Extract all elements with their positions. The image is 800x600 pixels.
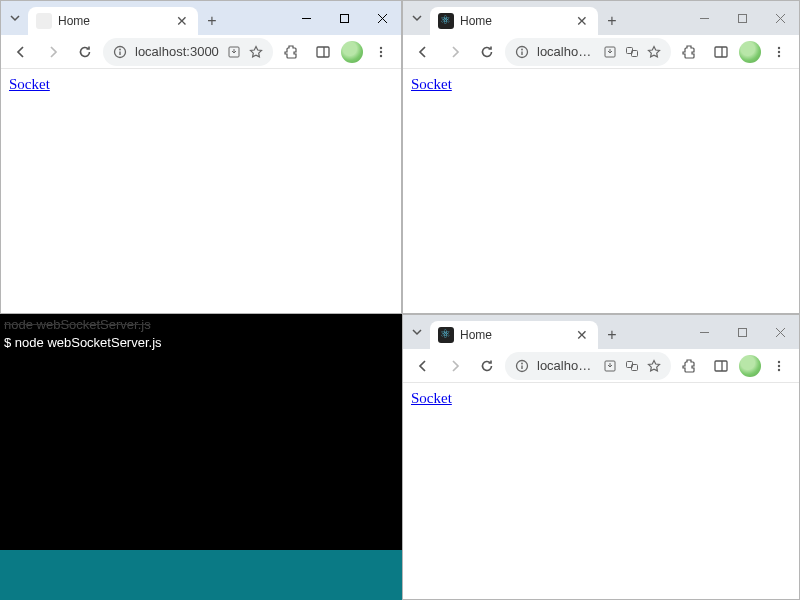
install-app-icon[interactable] (603, 359, 617, 373)
extensions-button[interactable] (675, 38, 703, 66)
extensions-button[interactable] (675, 352, 703, 380)
tab-title: Home (460, 14, 568, 28)
svg-point-5 (380, 46, 382, 48)
tab-home[interactable]: Home ✕ (28, 7, 198, 35)
url-text: localhos… (537, 358, 595, 373)
minimize-button[interactable] (287, 1, 325, 35)
reload-button[interactable] (71, 38, 99, 66)
site-info-icon[interactable] (515, 359, 529, 373)
tab-strip: Home ✕ + (403, 315, 799, 349)
terminal-window[interactable]: node webSocketServer.js $ node webSocket… (0, 314, 402, 550)
browser-window-1: Home ✕ + localhost:3000 Soc (0, 0, 402, 314)
toolbar: localhost:3000 (1, 35, 401, 69)
page-content: Socket (1, 69, 401, 313)
toolbar: localhos… (403, 35, 799, 69)
favicon-icon (36, 13, 52, 29)
profile-avatar[interactable] (341, 41, 363, 63)
forward-button[interactable] (441, 352, 469, 380)
new-tab-button[interactable]: + (598, 7, 626, 35)
socket-link[interactable]: Socket (411, 390, 452, 406)
profile-avatar[interactable] (739, 41, 761, 63)
site-info-icon[interactable] (113, 45, 127, 59)
taskbar (0, 550, 402, 600)
site-info-icon[interactable] (515, 45, 529, 59)
close-tab-button[interactable]: ✕ (174, 11, 190, 31)
maximize-button[interactable] (325, 1, 363, 35)
tab-strip: Home ✕ + (403, 1, 799, 35)
svg-point-6 (380, 50, 382, 52)
favicon-icon (438, 327, 454, 343)
close-window-button[interactable] (761, 315, 799, 349)
extensions-button[interactable] (277, 38, 305, 66)
tab-home[interactable]: Home ✕ (430, 7, 598, 35)
close-tab-button[interactable]: ✕ (574, 325, 590, 345)
terminal-history-line: node webSocketServer.js (4, 316, 398, 334)
toolbar: localhos… (403, 349, 799, 383)
favicon-icon (438, 13, 454, 29)
address-bar[interactable]: localhos… (505, 38, 671, 66)
maximize-button[interactable] (723, 315, 761, 349)
reload-button[interactable] (473, 38, 501, 66)
svg-point-16 (778, 50, 780, 52)
socket-link[interactable]: Socket (9, 76, 50, 92)
sidepanel-button[interactable] (707, 38, 735, 66)
socket-link[interactable]: Socket (411, 76, 452, 92)
sidepanel-button[interactable] (309, 38, 337, 66)
install-app-icon[interactable] (603, 45, 617, 59)
page-content: Socket (403, 383, 799, 599)
close-window-button[interactable] (761, 1, 799, 35)
svg-rect-0 (340, 14, 348, 22)
svg-point-20 (521, 362, 523, 364)
svg-rect-4 (317, 47, 329, 57)
install-app-icon[interactable] (227, 45, 241, 59)
tab-title: Home (460, 328, 568, 342)
new-tab-button[interactable]: + (198, 7, 226, 35)
svg-point-17 (778, 54, 780, 56)
back-button[interactable] (7, 38, 35, 66)
maximize-button[interactable] (723, 1, 761, 35)
url-text: localhost:3000 (135, 44, 219, 59)
close-tab-button[interactable]: ✕ (574, 11, 590, 31)
forward-button[interactable] (441, 38, 469, 66)
close-window-button[interactable] (363, 1, 401, 35)
translate-icon[interactable] (625, 359, 639, 373)
svg-rect-24 (715, 361, 727, 371)
svg-point-2 (119, 48, 121, 50)
bookmark-icon[interactable] (647, 359, 661, 373)
new-tab-button[interactable]: + (598, 321, 626, 349)
menu-button[interactable] (765, 352, 793, 380)
page-content: Socket (403, 69, 799, 313)
svg-point-7 (380, 54, 382, 56)
svg-point-10 (521, 48, 523, 50)
menu-button[interactable] (367, 38, 395, 66)
tab-search-button[interactable] (1, 1, 28, 35)
tab-title: Home (58, 14, 168, 28)
back-button[interactable] (409, 38, 437, 66)
tab-strip: Home ✕ + (1, 1, 401, 35)
menu-button[interactable] (765, 38, 793, 66)
forward-button[interactable] (39, 38, 67, 66)
tab-home[interactable]: Home ✕ (430, 321, 598, 349)
bookmark-icon[interactable] (647, 45, 661, 59)
tab-search-button[interactable] (403, 1, 430, 35)
address-bar[interactable]: localhost:3000 (103, 38, 273, 66)
back-button[interactable] (409, 352, 437, 380)
browser-window-2: Home ✕ + localhos… (402, 0, 800, 314)
svg-point-15 (778, 46, 780, 48)
translate-icon[interactable] (625, 45, 639, 59)
minimize-button[interactable] (685, 315, 723, 349)
svg-rect-18 (738, 328, 746, 336)
address-bar[interactable]: localhos… (505, 352, 671, 380)
profile-avatar[interactable] (739, 355, 761, 377)
bookmark-icon[interactable] (249, 45, 263, 59)
minimize-button[interactable] (685, 1, 723, 35)
svg-rect-14 (715, 47, 727, 57)
svg-point-25 (778, 360, 780, 362)
svg-rect-8 (738, 14, 746, 22)
browser-window-3: Home ✕ + localhos… (402, 314, 800, 600)
tab-search-button[interactable] (403, 315, 430, 349)
url-text: localhos… (537, 44, 595, 59)
terminal-prompt-line: $ node webSocketServer.js (4, 334, 398, 352)
reload-button[interactable] (473, 352, 501, 380)
sidepanel-button[interactable] (707, 352, 735, 380)
